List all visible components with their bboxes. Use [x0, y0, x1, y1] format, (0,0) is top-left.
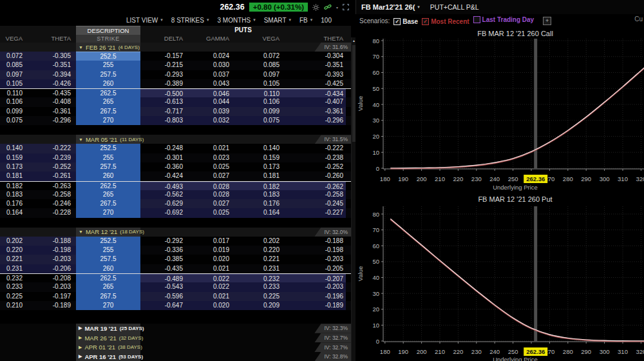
greek-cell[interactable]: 0.225: [233, 292, 282, 301]
option-row-262.5[interactable]: 0.232-0.208262.5-0.4890.0220.232-0.207: [0, 273, 351, 282]
greek-cell[interactable]: -0.351: [282, 61, 346, 70]
greek-cell[interactable]: -0.189: [282, 301, 346, 310]
expiry-header-mar1221[interactable]: ▼MAR 12 '21(18 DAYS)IV: 32.0%: [0, 228, 351, 237]
greek-cell[interactable]: -0.360: [140, 162, 185, 171]
option-row-252.5[interactable]: 0.072-0.305252.5-0.1570.0240.072-0.304: [0, 52, 351, 61]
toolbar-8-strikes[interactable]: 8 STRIKES▾: [171, 17, 209, 24]
strike-cell[interactable]: 267.5: [76, 199, 140, 208]
greek-cell[interactable]: -0.196: [282, 292, 346, 301]
greek-cell[interactable]: -0.408: [31, 97, 76, 106]
greek-cell[interactable]: 0.159: [233, 153, 282, 162]
greek-cell[interactable]: 0.106: [233, 97, 282, 106]
greek-cell[interactable]: -0.227: [282, 208, 346, 217]
greek-cell[interactable]: -0.596: [140, 292, 185, 301]
col-theta-calls[interactable]: THETA: [31, 34, 76, 43]
greek-cell[interactable]: -0.206: [31, 264, 76, 273]
greek-cell[interactable]: -0.189: [31, 301, 76, 310]
toolbar-fb[interactable]: FB▾: [299, 17, 312, 24]
greek-cell[interactable]: -0.389: [140, 79, 185, 88]
collapse-icon[interactable]: ▼: [79, 137, 83, 142]
greek-cell[interactable]: -0.203: [282, 255, 346, 264]
greek-cell[interactable]: -0.215: [140, 61, 185, 70]
option-row-255[interactable]: 0.159-0.239255-0.3010.0230.159-0.238: [0, 153, 351, 162]
expiry-header-mar2621[interactable]: ▶MAR 26 '21(32 DAYS)IV: 32.7%: [0, 333, 351, 343]
strike-cell[interactable]: 252.5: [76, 237, 140, 246]
gear-icon[interactable]: [312, 4, 319, 11]
greek-cell[interactable]: 0.176: [0, 199, 31, 208]
expiry-header-mar0521[interactable]: ▼MAR 05 '21(11 DAYS)IV: 31.5%: [0, 135, 351, 144]
greek-cell[interactable]: -0.562: [140, 190, 185, 199]
greek-cell[interactable]: 0.019: [185, 246, 233, 255]
greek-cell[interactable]: -0.393: [282, 70, 346, 79]
toolbar-smart[interactable]: SMART▾: [264, 17, 291, 24]
greek-cell[interactable]: 0.099: [233, 107, 282, 116]
greek-cell[interactable]: 0.233: [0, 282, 31, 291]
scenario-checkbox[interactable]: [473, 16, 480, 23]
option-row-257.5[interactable]: 0.173-0.252257.5-0.3600.0250.173-0.252: [0, 162, 351, 171]
greek-cell[interactable]: 0.233: [233, 282, 282, 291]
greek-cell[interactable]: -0.188: [31, 237, 76, 246]
greek-cell[interactable]: 0.025: [185, 162, 233, 171]
option-row-270[interactable]: 0.210-0.189270-0.6470.0200.209-0.189: [0, 301, 351, 310]
greek-cell[interactable]: -0.426: [31, 79, 76, 88]
strike-cell[interactable]: 260: [76, 264, 140, 273]
strike-cell[interactable]: 255: [76, 61, 140, 70]
view-mode-label[interactable]: PUT+CALL P&L: [430, 3, 479, 11]
expiry-header-feb2621[interactable]: ▼FEB 26 '21(4 DAYS)IV: 31.6%: [0, 43, 351, 52]
strike-cell[interactable]: 260: [76, 79, 140, 88]
greek-cell[interactable]: -0.261: [31, 171, 76, 180]
greek-cell[interactable]: 0.072: [0, 52, 31, 61]
greek-cell[interactable]: 0.085: [0, 61, 31, 70]
greek-cell[interactable]: 0.027: [185, 171, 233, 180]
greek-cell[interactable]: -0.252: [31, 162, 76, 171]
option-row-255[interactable]: 0.085-0.351255-0.2150.0300.085-0.351: [0, 61, 351, 70]
greek-cell[interactable]: 0.043: [185, 79, 233, 88]
strike-cell[interactable]: 265: [76, 97, 140, 106]
greek-cell[interactable]: -0.222: [31, 144, 76, 153]
greek-cell[interactable]: 0.021: [185, 144, 233, 153]
greek-cell[interactable]: -0.296: [31, 116, 76, 125]
greek-cell[interactable]: -0.629: [140, 199, 185, 208]
greek-cell[interactable]: -0.304: [282, 52, 346, 61]
greek-cell[interactable]: 0.221: [0, 255, 31, 264]
greek-cell[interactable]: 0.173: [233, 162, 282, 171]
greek-cell[interactable]: 0.209: [233, 301, 282, 310]
strike-cell[interactable]: 270: [76, 116, 140, 125]
scenario-most-recent[interactable]: ✓Most Recent: [422, 18, 469, 25]
greek-cell[interactable]: 0.231: [233, 264, 282, 273]
greek-cell[interactable]: 0.032: [185, 116, 233, 125]
strike-cell[interactable]: 270: [76, 208, 140, 217]
greek-cell[interactable]: -0.305: [31, 52, 76, 61]
greek-cell[interactable]: -0.157: [140, 52, 185, 61]
greek-cell[interactable]: -0.205: [282, 264, 346, 273]
option-row-270[interactable]: 0.164-0.228270-0.6920.0250.164-0.227: [0, 208, 351, 217]
col-delta-puts[interactable]: DELTA: [140, 34, 185, 43]
strike-cell[interactable]: 257.5: [76, 162, 140, 171]
scenario-last-trading-day[interactable]: Last Trading Day: [473, 16, 535, 23]
greek-cell[interactable]: 0.017: [185, 237, 233, 246]
strike-cell[interactable]: 252.5: [76, 144, 140, 153]
greek-cell[interactable]: 0.020: [185, 255, 233, 264]
greek-cell[interactable]: -0.252: [282, 162, 346, 171]
expand-icon[interactable]: ▶: [79, 335, 82, 340]
greek-cell[interactable]: 0.181: [233, 171, 282, 180]
greek-cell[interactable]: 0.021: [185, 264, 233, 273]
option-row-265[interactable]: 0.106-0.408265-0.6130.0440.106-0.407: [0, 97, 351, 106]
add-scenario-button[interactable]: +: [543, 17, 551, 25]
option-row-262.5[interactable]: 0.182-0.263262.5-0.4930.0280.182-0.262: [0, 181, 351, 190]
greek-cell[interactable]: -0.361: [31, 107, 76, 116]
scenario-base[interactable]: ✓Base: [393, 18, 418, 25]
greek-cell[interactable]: 0.164: [233, 208, 282, 217]
option-row-265[interactable]: 0.233-0.203265-0.5430.0220.233-0.203: [0, 282, 351, 291]
col-vega-puts[interactable]: VEGA: [233, 34, 282, 43]
greek-cell[interactable]: -0.717: [140, 107, 185, 116]
link-icon[interactable]: [324, 4, 332, 11]
greek-cell[interactable]: -0.188: [282, 237, 346, 246]
col-vega-calls[interactable]: VEGA: [0, 34, 31, 43]
greek-cell[interactable]: 0.072: [233, 52, 282, 61]
option-row-267.5[interactable]: 0.176-0.246267.5-0.6290.0270.176-0.245: [0, 199, 351, 208]
greek-cell[interactable]: 0.202: [0, 237, 31, 246]
scenario-checkbox[interactable]: ✓: [422, 18, 429, 25]
greek-cell[interactable]: -0.258: [31, 190, 76, 199]
strike-cell[interactable]: 257.5: [76, 70, 140, 79]
